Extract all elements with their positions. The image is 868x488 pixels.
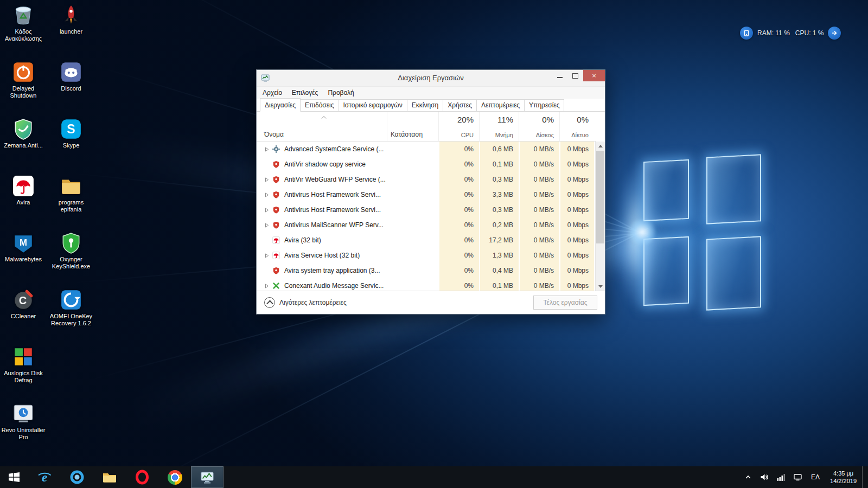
clock-time: 4:35 μμ <box>833 470 853 477</box>
memory-cell: 1,3 MB <box>479 248 519 263</box>
volume-icon[interactable] <box>756 466 773 488</box>
tab-app-history[interactable]: Ιστορικό εφαρμογών <box>339 99 407 112</box>
show-desktop-button[interactable] <box>862 466 868 488</box>
tab-processes[interactable]: Διεργασίες <box>260 98 301 112</box>
memory-cell: 0,3 MB <box>479 202 519 217</box>
status-cell <box>387 248 438 263</box>
desktop-icon-programs-folder[interactable]: programs epifania <box>48 174 94 231</box>
taskbar-ie-icon[interactable]: e <box>28 466 61 488</box>
desktop-icon-delayed-shutdown[interactable]: Delayed Shutdown <box>0 60 47 117</box>
memory-cell: 0,2 MB <box>479 217 519 233</box>
avira-umbrella-icon <box>272 251 280 260</box>
desktop-icon-skype[interactable]: S Skype <box>48 117 94 174</box>
disk-cell: 0 MB/s <box>519 278 559 291</box>
expand-chevron-icon[interactable] <box>263 147 271 152</box>
sort-ascending-icon <box>321 113 327 120</box>
antivirus-shield-icon <box>272 221 280 229</box>
wallpaper-glow-core <box>628 218 656 246</box>
desktop-icon-malwarebytes[interactable]: M Malwarebytes <box>0 231 47 288</box>
status-cell <box>387 263 438 278</box>
expand-chevron-icon[interactable] <box>263 253 271 258</box>
process-row[interactable]: Antivirus Host Framework Servi... 0% 3,3… <box>261 187 596 202</box>
column-header-memory[interactable]: 11% Μνήμη <box>479 112 519 141</box>
process-row[interactable]: Avira Service Host (32 bit) 0% 1,3 MB 0 … <box>261 248 596 263</box>
menu-view[interactable]: Προβολή <box>323 89 359 97</box>
desktop-icon-avira[interactable]: Avira <box>0 174 47 231</box>
desktop-icon-label: Oxynger KeyShield.exe <box>48 256 94 270</box>
column-header-status[interactable]: Κατάσταση <box>387 112 438 141</box>
scroll-down-arrow[interactable] <box>596 282 605 291</box>
tab-services[interactable]: Υπηρεσίες <box>524 99 564 112</box>
fewer-details-toggle[interactable]: Λιγότερες λεπτομέρειες <box>264 297 347 308</box>
expand-chevron-icon[interactable] <box>263 284 271 288</box>
desktop-icon-launcher[interactable]: launcher <box>48 3 94 60</box>
disk-cell: 0 MB/s <box>519 233 559 248</box>
scrollbar-thumb[interactable] <box>596 151 604 243</box>
vertical-scrollbar[interactable] <box>595 142 605 291</box>
discord-icon <box>59 60 83 84</box>
desktop-icon-discord[interactable]: Discord <box>48 60 94 117</box>
taskbar-file-explorer-icon[interactable] <box>93 466 126 488</box>
desktop-icon-zemana[interactable]: Zemana.Anti... <box>0 117 47 174</box>
title-bar[interactable]: Διαχείριση Εργασιών × <box>257 70 605 87</box>
resource-monitor-widget[interactable]: RAM: 11 % CPU: 1 % <box>740 25 841 41</box>
tab-details[interactable]: Λεπτομέρειες <box>476 99 525 112</box>
expand-chevron-icon[interactable] <box>263 223 271 228</box>
process-row[interactable]: Antivirus Host Framework Servi... 0% 0,3… <box>261 202 596 217</box>
end-task-button[interactable]: Τέλος εργασίας <box>533 296 597 310</box>
scroll-up-arrow[interactable] <box>596 142 605 151</box>
process-row[interactable]: AntiVir WebGuard WFP Service (... 0% 0,3… <box>261 172 596 187</box>
tab-users[interactable]: Χρήστες <box>443 99 477 112</box>
menu-options[interactable]: Επιλογές <box>287 89 323 97</box>
minimize-button[interactable] <box>552 70 567 81</box>
taskbar-opera-icon[interactable] <box>126 466 158 488</box>
desktop-icon-ccleaner[interactable]: C CCleaner <box>0 288 47 345</box>
column-header-name[interactable]: Όνομα <box>261 112 387 141</box>
expand-chevron-icon[interactable] <box>263 177 271 182</box>
process-row[interactable]: AntiVir shadow copy service 0% 0,1 MB 0 … <box>261 157 596 172</box>
desktop-icon-aomei-onekey[interactable]: AOMEI OneKey Recovery 1.6.2 <box>48 288 94 345</box>
recovery-arrows-icon <box>59 288 83 312</box>
menu-file[interactable]: Αρχείο <box>258 89 287 97</box>
tray-expand-chevron-icon[interactable] <box>741 466 756 488</box>
process-row[interactable]: Antivirus MailScanner WFP Serv... 0% 0,2… <box>261 217 596 233</box>
maximize-button[interactable] <box>567 70 583 81</box>
desktop-icon-label: AOMEI OneKey Recovery 1.6.2 <box>48 313 94 327</box>
process-row[interactable]: Conexant Audio Message Servic... 0% 0,1 … <box>261 278 596 291</box>
process-row[interactable]: Avira (32 bit) 0% 17,2 MB 0 MB/s 0 Mbps <box>261 233 596 248</box>
column-header-disk[interactable]: 0% Δίσκος <box>519 112 559 141</box>
power-icon <box>11 60 35 84</box>
windows-logo-icon <box>8 471 21 483</box>
desktop-icon-column-2: launcher Discord S Skype programs epifan… <box>48 3 94 345</box>
desktop-icon-oxynger-keyshield[interactable]: Oxynger KeyShield.exe <box>48 231 94 288</box>
taskbar-blue-app-icon[interactable] <box>61 466 93 488</box>
taskbar-clock[interactable]: 4:35 μμ 14/2/2019 <box>825 470 862 485</box>
tab-performance[interactable]: Επιδόσεις <box>300 99 339 112</box>
process-row[interactable]: Advanced SystemCare Service (... 0% 0,6 … <box>261 142 596 157</box>
menu-bar: Αρχείο Επιλογές Προβολή <box>257 87 605 99</box>
process-name: Antivirus Host Framework Servi... <box>284 191 381 198</box>
pc-status-icon[interactable] <box>789 466 806 488</box>
process-row[interactable]: Avira system tray application (3... 0% 0… <box>261 263 596 278</box>
network-signal-icon[interactable] <box>773 466 789 488</box>
desktop-icon-label: Zemana.Anti... <box>4 142 43 149</box>
network-cell: 0 Mbps <box>559 172 594 187</box>
column-header-network[interactable]: 0% Δίκτυο <box>559 112 594 141</box>
close-button[interactable]: × <box>583 70 605 81</box>
column-header-cpu[interactable]: 20% CPU <box>438 112 479 141</box>
arrow-right-icon[interactable] <box>828 27 841 40</box>
taskbar-task-manager-button[interactable] <box>191 466 224 488</box>
network-cell: 0 Mbps <box>559 202 594 217</box>
expand-chevron-icon[interactable] <box>263 192 271 197</box>
expand-chevron-icon[interactable] <box>263 208 271 213</box>
taskbar-chrome-icon[interactable] <box>158 466 191 488</box>
task-manager-window: Διαχείριση Εργασιών × Αρχείο Επιλογές Πρ… <box>256 69 605 314</box>
desktop-icon-auslogics-defrag[interactable]: Auslogics Disk Defrag <box>0 345 47 402</box>
desktop-icon-recycle-bin[interactable]: Κάδος Ανακύκλωσης <box>0 3 47 60</box>
language-indicator[interactable]: ΕΛ <box>806 466 825 488</box>
disk-cell: 0 MB/s <box>519 263 559 278</box>
antivirus-shield-icon <box>272 266 280 275</box>
tab-startup[interactable]: Εκκίνηση <box>407 99 443 112</box>
start-button[interactable] <box>0 466 28 488</box>
desktop-icon-revo-uninstaller[interactable]: Revo Uninstaller Pro <box>0 402 47 459</box>
